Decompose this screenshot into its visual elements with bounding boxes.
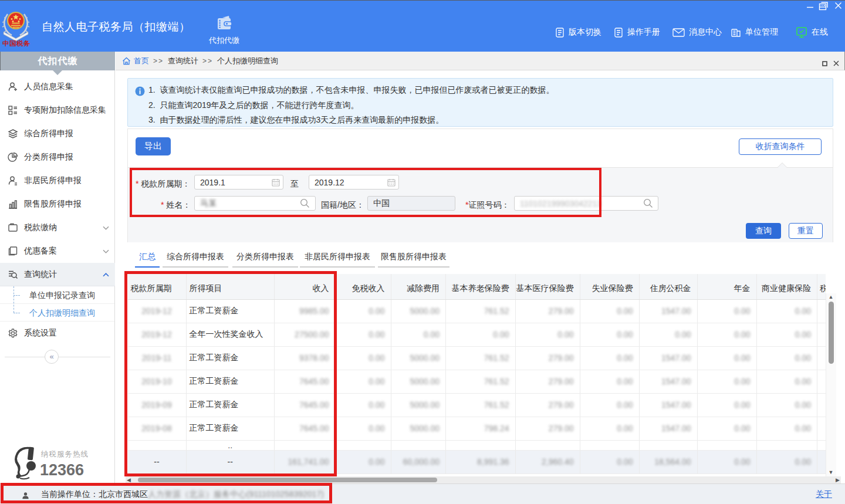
svg-text:国: 国 — [9, 40, 16, 46]
svg-text:中: 中 — [2, 40, 9, 46]
svg-text:务: 务 — [23, 40, 31, 46]
svg-text:税: 税 — [16, 40, 23, 46]
